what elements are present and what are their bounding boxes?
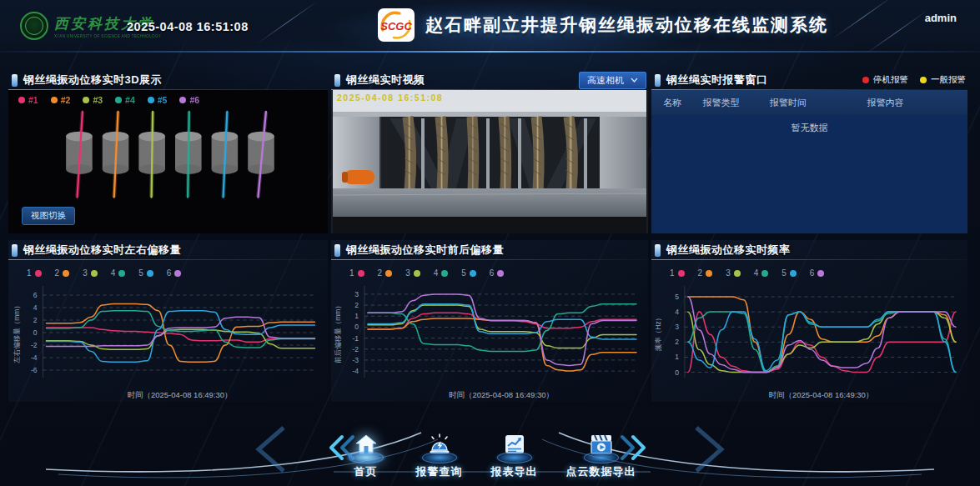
view-switch-button[interactable]: 视图切换 (22, 207, 75, 225)
chevrons-right-icon (618, 434, 648, 461)
svg-text:5: 5 (675, 293, 679, 301)
home-icon (344, 426, 388, 463)
video-frame (331, 90, 648, 233)
legend-item[interactable]: 3 (405, 268, 420, 278)
panel-accent-bar (12, 74, 18, 87)
legend-item[interactable]: 2 (55, 268, 70, 278)
svg-text:时间（2025-04-08 16:49:30）: 时间（2025-04-08 16:49:30） (449, 390, 554, 399)
user-name: admin (925, 12, 957, 24)
chart-freq-title: 钢丝绳振动位移实时频率 (666, 243, 791, 258)
svg-text:0: 0 (675, 368, 679, 377)
legend-item[interactable]: 3 (726, 268, 741, 278)
header-slash-decoration (257, 0, 319, 43)
panel-3d-title: 钢丝绳振动位移实时3D展示 (23, 73, 162, 88)
bottom-nav: 首页 报警查询 (0, 409, 980, 486)
nav-item-home[interactable]: 首页 (344, 426, 388, 479)
chart-lr-plot: 6420-2-4-6左右偏移量（mm）时间（2025-04-08 16:49:3… (8, 279, 328, 404)
nav-arrow-right[interactable] (618, 434, 648, 464)
svg-text:-4: -4 (352, 367, 359, 375)
panel-alarm: 钢丝绳实时报警窗口 停机报警 一般报警 名称 报警类型 报警时间 报警内容 (651, 70, 967, 233)
svg-text:-6: -6 (31, 366, 38, 374)
camera-select[interactable]: 高速相机 (579, 72, 646, 89)
legend-item[interactable]: 4 (754, 268, 769, 278)
chart-lr-title: 钢丝绳振动位移实时左右偏移量 (23, 243, 181, 258)
legend-item[interactable]: 5 (461, 268, 476, 278)
scgc-logo-icon: SCGC (377, 8, 415, 43)
col-name: 名称 (663, 97, 702, 109)
legend-item: #5 (148, 95, 168, 105)
legend-item[interactable]: 1 (349, 268, 364, 278)
video-feed[interactable]: 2025-04-08 16:51:08 (331, 90, 648, 233)
rope-3d-legend: #1#2#3#4#5#6 (18, 95, 199, 105)
nav-item-report-export[interactable]: 报表导出 (491, 426, 538, 479)
panel-accent-bar (655, 244, 661, 257)
chart-freq-plot: 543210频率（Hz）时间（2025-04-08 16:49:30） (651, 279, 967, 404)
col-content: 报警内容 (867, 97, 967, 109)
nav-label-alarm-query: 报警查询 (416, 464, 463, 479)
legend-item[interactable]: 6 (167, 268, 182, 278)
chevron-down-icon (631, 78, 638, 83)
svg-text:-1: -1 (352, 334, 359, 343)
panel-accent-bar (334, 74, 340, 87)
svg-text:-3: -3 (352, 356, 359, 364)
svg-text:4: 4 (675, 308, 679, 316)
nav-item-alarm-query[interactable]: 报警查询 (416, 426, 463, 479)
panel-video-title: 钢丝绳实时视频 (346, 73, 425, 88)
university-name-en: XI'AN UNIVERSITY OF SCIENCE AND TECHNOLO… (54, 34, 161, 38)
chart-fb-title: 钢丝绳振动位移实时前后偏移量 (346, 243, 504, 258)
alarm-table-header: 名称 报警类型 报警时间 报警内容 (651, 90, 967, 115)
panel-chart-frequency: 钢丝绳振动位移实时频率 123456 543210频率（Hz）时间（2025-0… (651, 240, 967, 402)
svg-text:左右偏移量（mm）: 左右偏移量（mm） (13, 302, 21, 364)
legend-item[interactable]: 6 (810, 268, 825, 278)
chart-fb-legend: 123456 (331, 260, 648, 278)
svg-text:-4: -4 (31, 353, 38, 362)
legend-item: #2 (51, 95, 71, 105)
empty-data-text: 暂无数据 (792, 123, 828, 133)
camera-select-value: 高速相机 (587, 74, 624, 87)
svg-text:前后偏移量（mm）: 前后偏移量（mm） (334, 302, 342, 363)
legend-item[interactable]: 4 (434, 268, 449, 278)
chart-freq-legend: 123456 (651, 260, 967, 278)
svg-text:0: 0 (354, 323, 359, 331)
svg-text:2: 2 (33, 316, 38, 324)
col-type: 报警类型 (702, 97, 769, 109)
header-slash-decoration (832, 0, 894, 39)
app-header: 西安科技大学 XI'AN UNIVERSITY OF SCIENCE AND T… (0, 0, 980, 53)
chart-lr-legend: 123456 (8, 260, 328, 278)
legend-item[interactable]: 1 (27, 268, 42, 278)
panel-accent-bar (12, 244, 18, 257)
panel-accent-bar (655, 74, 661, 87)
legend-item[interactable]: 3 (83, 268, 98, 278)
legend-item[interactable]: 6 (490, 268, 505, 278)
alarm-legend-general: 一般报警 (920, 74, 966, 86)
panel-chart-fb-offset: 钢丝绳振动位移实时前后偏移量 123456 3210-1-2-3-4前后偏移量（… (331, 240, 648, 402)
chart-fb-plot: 3210-1-2-3-4前后偏移量（mm）时间（2025-04-08 16:49… (331, 279, 648, 404)
nav-label-report-export: 报表导出 (491, 464, 538, 479)
alarm-query-icon (418, 426, 461, 463)
alarm-table-body: 暂无数据 (651, 115, 967, 233)
page-title: 赵石畔副立井提升钢丝绳振动位移在线监测系统 (425, 13, 828, 37)
rope-3d-view[interactable]: #1#2#3#4#5#6 视图切换 (8, 90, 328, 233)
svg-text:SCGC: SCGC (380, 20, 412, 33)
svg-text:-2: -2 (31, 341, 38, 349)
svg-text:3: 3 (675, 323, 679, 331)
svg-text:时间（2025-04-08 16:49:30）: 时间（2025-04-08 16:49:30） (769, 390, 874, 399)
panel-3d-display: 钢丝绳振动位移实时3D展示 #1#2#3#4#5#6 视图切换 (8, 70, 328, 233)
legend-item[interactable]: 1 (670, 268, 685, 278)
panel-alarm-title: 钢丝绳实时报警窗口 (666, 73, 768, 88)
svg-text:-2: -2 (352, 345, 359, 353)
panel-chart-lr-offset: 钢丝绳振动位移实时左右偏移量 123456 6420-2-4-6左右偏移量（mm… (8, 240, 328, 402)
col-time: 报警时间 (770, 97, 867, 109)
legend-item[interactable]: 5 (138, 268, 153, 278)
header-divider (0, 51, 980, 53)
legend-item[interactable]: 4 (111, 268, 126, 278)
university-logo-icon (20, 12, 48, 40)
legend-item[interactable]: 2 (698, 268, 713, 278)
legend-item: #3 (83, 95, 103, 105)
legend-item[interactable]: 5 (781, 268, 797, 278)
legend-item[interactable]: 2 (378, 268, 393, 278)
svg-text:2: 2 (354, 301, 359, 309)
nav-label-home: 首页 (354, 464, 378, 479)
legend-item: #4 (115, 95, 135, 105)
dashboard-root: 西安科技大学 XI'AN UNIVERSITY OF SCIENCE AND T… (0, 0, 980, 486)
